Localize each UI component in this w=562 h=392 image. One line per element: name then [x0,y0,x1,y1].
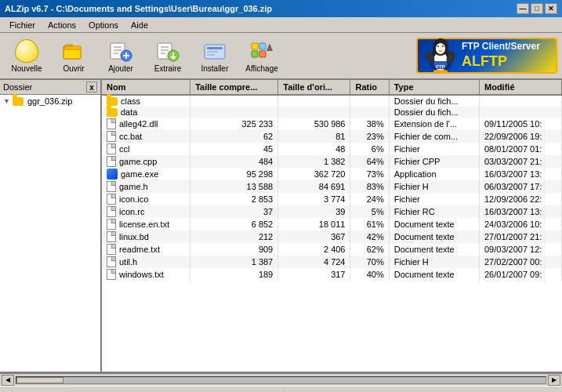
col-ratio[interactable]: Ratio [350,80,389,95]
file-ratio: 61% [350,218,389,230]
file-type: Fichier CPP [389,155,479,168]
ajouter-button[interactable]: Ajouter [99,36,143,75]
file-name-cell: class [102,95,190,107]
file-size-comp: 189 [190,268,278,281]
col-size-comp[interactable]: Taille compre... [190,80,278,95]
file-name: readme.txt [119,245,160,254]
table-row[interactable]: icon.ico 2 853 3 774 24% Fichier 12/09/2… [102,193,562,205]
sidebar-header: Dossier x [0,80,100,95]
col-type[interactable]: Type [389,80,479,95]
scroll-thumb[interactable] [16,377,63,383]
file-name: cc.bat [119,132,142,141]
file-ratio: 64% [350,155,389,168]
maximize-button[interactable]: □ [531,3,543,14]
file-type: Fichier de com... [389,130,479,143]
minimize-button[interactable]: — [517,3,529,14]
title-bar: ALZip v6.7 - C:\Documents and Settings\U… [0,0,562,17]
file-name-cell: readme.txt [102,243,190,256]
menu-options[interactable]: Options [82,19,125,31]
col-nom[interactable]: Nom [102,80,190,95]
file-name-cell: icon.ico [102,193,190,205]
file-icon [107,269,116,280]
table-row[interactable]: game.cpp 484 1 382 64% Fichier CPP 03/03… [102,155,562,168]
tree-item-label: ggr_036.zip [27,96,73,106]
affichage-button[interactable]: Affichage [240,36,284,75]
file-modified: 09/03/2007 12: [480,243,562,256]
file-name-cell: linux.bd [102,230,190,243]
svg-rect-1 [63,49,81,59]
file-ratio [350,95,389,107]
installer-button[interactable]: Installer [193,36,237,75]
table-row[interactable]: game.exe 95 298 362 720 73% Application … [102,168,562,180]
file-name-cell: game.exe [102,168,190,180]
file-size-orig: 367 [278,230,350,243]
file-modified: 09/11/2005 10: [480,118,562,130]
extraire-button[interactable]: Extraire [146,36,190,75]
file-name: icon.ico [119,194,148,204]
menu-actions[interactable]: Actions [42,19,82,31]
file-modified [480,95,562,107]
table-row[interactable]: readme.txt 909 2 406 62% Document texte … [102,243,562,256]
table-row[interactable]: util.h 1 387 4 724 70% Fichier H 27/02/2… [102,256,562,268]
ouvrir-label: Ouvrir [63,64,84,73]
file-modified: 06/03/2007 17: [480,180,562,193]
file-ratio: 5% [350,205,389,218]
exe-icon [107,169,118,180]
col-modified[interactable]: Modifié [480,80,562,95]
sidebar-close-button[interactable]: x [86,82,97,93]
file-list[interactable]: Nom Taille compre... Taille d'ori... Rat… [102,80,562,372]
table-row[interactable]: game.h 13 588 84 691 83% Fichier H 06/03… [102,180,562,193]
file-type: Dossier du fich... [389,107,479,118]
file-size-comp: 212 [190,230,278,243]
scroll-track[interactable] [16,376,546,384]
table-row[interactable]: alleg42.dll 325 233 530 986 38% Extensio… [102,118,562,130]
file-type: Fichier RC [389,205,479,218]
ftp-banner[interactable]: FTP FTP Client/Server ALFTP [416,38,557,74]
table-row[interactable]: cc.bat 62 81 23% Fichier de com... 22/09… [102,130,562,143]
file-name: util.h [119,257,137,267]
scroll-left-button[interactable]: ◀ [2,375,14,386]
scroll-right-button[interactable]: ▶ [548,375,560,386]
ouvrir-button[interactable]: Ouvrir [52,36,96,75]
file-name-cell: license.en.txt [102,218,190,230]
file-modified: 27/02/2007 00: [480,256,562,268]
file-name-cell: alleg42.dll [102,118,190,130]
file-size-orig: 317 [278,268,350,281]
file-size-orig: 362 720 [278,168,350,180]
nouvelle-label: Nouvelle [12,64,42,73]
menu-fichier[interactable]: Fichier [3,19,42,31]
svg-rect-23 [259,51,266,57]
file-name: license.en.txt [119,220,169,229]
close-button[interactable]: ✕ [545,3,557,14]
file-size-comp: 2 853 [190,193,278,205]
horizontal-scrollbar[interactable]: ◀ ▶ [0,373,562,386]
file-modified: 27/01/2007 21: [480,230,562,243]
file-size-comp [190,107,278,118]
file-modified [480,107,562,118]
installer-icon [202,38,227,63]
file-modified: 26/01/2007 09: [480,268,562,281]
svg-rect-20 [252,43,258,49]
table-row[interactable]: class Dossier du fich... [102,95,562,107]
folder-icon [107,97,118,106]
table-row[interactable]: data Dossier du fich... [102,107,562,118]
file-size-comp: 45 [190,143,278,155]
table-row[interactable]: icon.rc 37 39 5% Fichier RC 16/03/2007 1… [102,205,562,218]
file-type: Application [389,168,479,180]
table-row[interactable]: ccl 45 48 6% Fichier 08/01/2007 01: [102,143,562,155]
table-row[interactable]: windows.txt 189 317 40% Document texte 2… [102,268,562,281]
svg-marker-24 [266,43,273,51]
table-row[interactable]: license.en.txt 6 852 18 011 61% Document… [102,218,562,230]
file-name: ccl [119,144,129,154]
file-icon [107,244,116,255]
tree-root[interactable]: ▼ ggr_036.zip [0,95,100,107]
svg-rect-21 [259,43,266,49]
file-ratio: 38% [350,118,389,130]
menu-aide[interactable]: Aide [125,19,154,31]
table-row[interactable]: linux.bd 212 367 42% Document texte 27/0… [102,230,562,243]
file-ratio: 62% [350,243,389,256]
file-modified: 16/03/2007 13: [480,205,562,218]
file-name-cell: windows.txt [102,268,190,281]
col-size-orig[interactable]: Taille d'ori... [278,80,350,95]
nouvelle-button[interactable]: Nouvelle [5,36,49,75]
